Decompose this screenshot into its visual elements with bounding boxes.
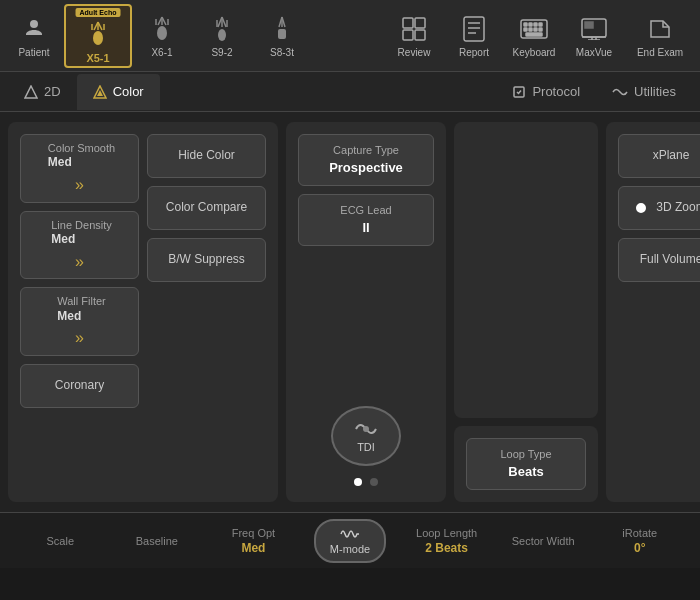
freq-opt-control[interactable]: Freq Opt Med bbox=[205, 527, 302, 555]
color-smooth-arrow: » bbox=[75, 175, 84, 196]
sector-width-label: Sector Width bbox=[512, 535, 575, 547]
color-smooth-value: Med bbox=[48, 155, 72, 171]
svg-rect-42 bbox=[585, 22, 593, 28]
hide-color-button[interactable]: Hide Color bbox=[147, 134, 266, 178]
m-mode-button[interactable]: M-mode bbox=[314, 519, 386, 563]
tab-protocol[interactable]: Protocol bbox=[496, 74, 596, 110]
left-panel-inner: Color Smooth Med » Line Density Med » bbox=[20, 134, 266, 408]
review-label: Review bbox=[398, 47, 431, 58]
irotate-value: 0° bbox=[634, 541, 645, 555]
maxvue-label: MaxVue bbox=[576, 47, 612, 58]
svg-rect-39 bbox=[539, 28, 542, 31]
wall-filter-label: Wall Filter bbox=[57, 294, 105, 308]
loop-length-label: Loop Length bbox=[416, 527, 477, 539]
loop-type-panel: Loop Type Beats bbox=[454, 426, 598, 502]
tab-bar: 2D Color Protocol Utilities bbox=[0, 72, 700, 112]
xplane-button[interactable]: xPlane bbox=[618, 134, 700, 178]
loop-type-value: Beats bbox=[508, 463, 543, 481]
tab-color-label: Color bbox=[113, 84, 144, 99]
probe-xs1-button[interactable]: Adult Echo X5-1 bbox=[64, 4, 132, 68]
review-icon bbox=[398, 13, 430, 45]
svg-rect-40 bbox=[526, 33, 542, 36]
irotate-label: iRotate bbox=[622, 527, 657, 539]
dot-2 bbox=[370, 478, 378, 486]
patient-button[interactable]: Patient bbox=[4, 4, 64, 68]
tdi-button[interactable]: TDI bbox=[331, 406, 401, 466]
m-mode-control[interactable]: M-mode bbox=[302, 519, 399, 563]
s92-probe-icon bbox=[206, 13, 238, 45]
scale-label: Scale bbox=[47, 535, 75, 547]
coronary-button[interactable]: Coronary bbox=[20, 364, 139, 408]
svg-rect-34 bbox=[534, 23, 537, 26]
coronary-label: Coronary bbox=[55, 378, 104, 394]
svg-rect-26 bbox=[415, 30, 425, 40]
s92-label: S9-2 bbox=[211, 47, 232, 58]
xs1-label: X5-1 bbox=[86, 52, 109, 64]
keyboard-button[interactable]: Keyboard bbox=[504, 4, 564, 68]
s83t-label: S8-3t bbox=[270, 47, 294, 58]
report-button[interactable]: Report bbox=[444, 4, 504, 68]
probe-x61-button[interactable]: X6-1 bbox=[132, 4, 192, 68]
bw-suppress-button[interactable]: B/W Suppress bbox=[147, 238, 266, 282]
sector-width-control[interactable]: Sector Width bbox=[495, 535, 592, 547]
capture-type-button[interactable]: Capture Type Prospective bbox=[298, 134, 434, 186]
wall-filter-arrow: » bbox=[75, 328, 84, 349]
line-density-value: Med bbox=[51, 232, 75, 248]
end-exam-label: End Exam bbox=[637, 47, 683, 58]
svg-rect-36 bbox=[524, 28, 527, 31]
wall-filter-button[interactable]: Wall Filter Med » bbox=[20, 287, 139, 356]
tab-protocol-label: Protocol bbox=[532, 84, 580, 99]
xs1-probe-icon bbox=[82, 18, 114, 50]
color-smooth-button[interactable]: Color Smooth Med » bbox=[20, 134, 139, 203]
ecg-lead-button[interactable]: ECG Lead II bbox=[298, 194, 434, 246]
tab-color[interactable]: Color bbox=[77, 74, 160, 110]
svg-point-1 bbox=[93, 31, 103, 45]
color-compare-button[interactable]: Color Compare bbox=[147, 186, 266, 230]
tdi-label: TDI bbox=[357, 441, 375, 453]
full-volume-label: Full Volume bbox=[640, 252, 700, 268]
probe-s83t-button[interactable]: S8-3t bbox=[252, 4, 312, 68]
maxvue-icon bbox=[578, 13, 610, 45]
end-exam-button[interactable]: End Exam bbox=[624, 4, 696, 68]
m-mode-wave-icon bbox=[340, 527, 360, 541]
review-button[interactable]: Review bbox=[384, 4, 444, 68]
baseline-control[interactable]: Baseline bbox=[109, 535, 206, 547]
freq-opt-value: Med bbox=[241, 541, 265, 555]
loop-length-control[interactable]: Loop Length 2 Beats bbox=[398, 527, 495, 555]
empty-panel bbox=[454, 122, 598, 418]
right-area: Loop Type Beats bbox=[454, 122, 598, 502]
loop-type-button[interactable]: Loop Type Beats bbox=[466, 438, 586, 490]
keyboard-label: Keyboard bbox=[513, 47, 556, 58]
scale-control[interactable]: Scale bbox=[12, 535, 109, 547]
line-density-arrow: » bbox=[75, 252, 84, 273]
left-column: Color Smooth Med » Line Density Med » bbox=[20, 134, 139, 408]
probe-s92-button[interactable]: S9-2 bbox=[192, 4, 252, 68]
maxvue-button[interactable]: MaxVue bbox=[564, 4, 624, 68]
irotate-control[interactable]: iRotate 0° bbox=[591, 527, 688, 555]
dot-1 bbox=[354, 478, 362, 486]
ecg-lead-value: II bbox=[362, 219, 369, 237]
adult-echo-badge: Adult Echo bbox=[76, 8, 121, 17]
xplane-label: xPlane bbox=[653, 148, 690, 164]
svg-point-0 bbox=[30, 20, 38, 28]
capture-type-label: Capture Type bbox=[333, 143, 399, 158]
baseline-label: Baseline bbox=[136, 535, 178, 547]
wall-filter-value: Med bbox=[57, 309, 81, 325]
svg-rect-33 bbox=[529, 23, 532, 26]
utilities-icon bbox=[612, 85, 628, 99]
tab-utilities[interactable]: Utilities bbox=[596, 74, 692, 110]
svg-point-7 bbox=[157, 26, 167, 40]
loop-length-value: 2 Beats bbox=[425, 541, 468, 555]
svg-rect-27 bbox=[464, 17, 484, 41]
page-dots bbox=[298, 474, 434, 490]
svg-rect-32 bbox=[524, 23, 527, 26]
zoom-3d-button[interactable]: 3D Zoom bbox=[618, 186, 700, 230]
patient-label: Patient bbox=[18, 47, 49, 58]
tab-2d[interactable]: 2D bbox=[8, 74, 77, 110]
line-density-label: Line Density bbox=[51, 218, 112, 232]
line-density-button[interactable]: Line Density Med » bbox=[20, 211, 139, 280]
keyboard-icon bbox=[518, 13, 550, 45]
full-volume-button[interactable]: Full Volume bbox=[618, 238, 700, 282]
color-compare-label: Color Compare bbox=[166, 200, 247, 216]
report-icon bbox=[458, 13, 490, 45]
